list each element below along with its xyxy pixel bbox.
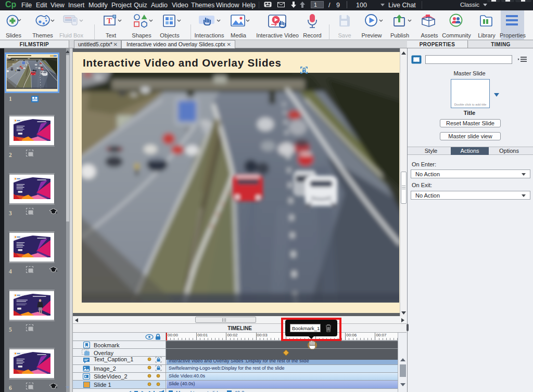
svg-text:T: T	[107, 17, 112, 25]
